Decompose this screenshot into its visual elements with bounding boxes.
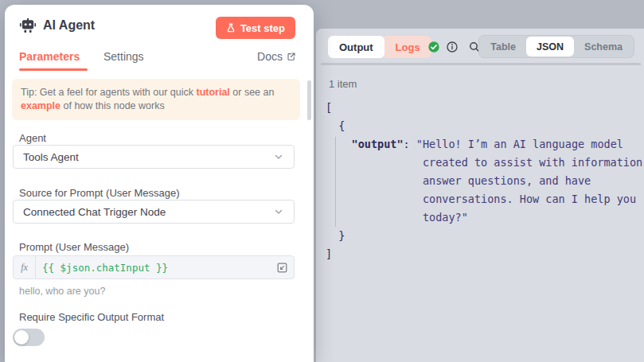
source-field-label: Source for Prompt (User Message): [19, 187, 180, 199]
tip-text: or see an: [230, 87, 275, 98]
prompt-field-label: Prompt (User Message): [19, 241, 129, 253]
prompt-source-value: Connected Chat Trigger Node: [23, 206, 166, 218]
json-string-value: created to assist with information,: [326, 154, 644, 172]
view-tab-table[interactable]: Table: [480, 37, 526, 56]
node-settings-panel: AI Agent Test step Parameters Settings D…: [5, 5, 314, 362]
open-expression-editor-icon[interactable]: [276, 262, 288, 274]
chevron-down-icon: [273, 151, 284, 162]
json-line: ]: [326, 245, 644, 263]
json-line: {: [326, 117, 644, 135]
json-string-value: today?": [326, 208, 644, 227]
json-output-viewer: [ { "output": "Hello! I’m an AI language…: [326, 99, 644, 362]
items-count: 1 item: [329, 78, 357, 90]
success-check-icon: [427, 41, 440, 53]
json-colon: :: [404, 138, 416, 150]
agent-select[interactable]: Tools Agent: [13, 145, 295, 169]
indent-guide: [335, 137, 336, 227]
tab-settings[interactable]: Settings: [103, 50, 144, 63]
expression-resolved-preview: hello, who are you?: [19, 286, 105, 297]
json-indent: [326, 138, 352, 150]
active-tab-underline: [19, 68, 88, 71]
flask-icon: [226, 23, 236, 33]
tutorial-link[interactable]: tutorial: [196, 87, 229, 98]
view-tab-json[interactable]: JSON: [526, 37, 574, 56]
json-string-value: conversations. How can I help you: [326, 190, 644, 208]
external-link-icon: [287, 52, 296, 61]
agent-select-value: Tools Agent: [23, 151, 79, 163]
output-logs-tabs: Output Logs: [328, 36, 431, 58]
docs-label: Docs: [257, 50, 283, 63]
output-toolbar: Output Logs Table JSON Schema: [316, 29, 644, 64]
expression-text[interactable]: {{ $json.chatInput }}: [36, 262, 168, 274]
json-line: "output": "Hello! I’m an AI language mod…: [326, 135, 644, 154]
chevron-down-icon: [273, 206, 284, 217]
agent-field-label: Agent: [19, 132, 46, 144]
tab-parameters[interactable]: Parameters: [19, 50, 80, 63]
horizontal-scrollbar[interactable]: [321, 63, 641, 65]
docs-link[interactable]: Docs: [257, 50, 296, 63]
ai-agent-robot-icon: [19, 17, 37, 34]
example-link[interactable]: example: [21, 100, 60, 111]
tip-text: of how this node works: [60, 100, 165, 111]
logs-tab[interactable]: Logs: [384, 36, 431, 58]
view-mode-tabs: Table JSON Schema: [478, 35, 634, 58]
json-string-value: answer questions, and have: [326, 172, 644, 190]
output-format-toggle[interactable]: [13, 329, 45, 346]
vertical-scrollbar[interactable]: [307, 80, 311, 120]
tip-text: Tip: Get a feel for agents with our quic…: [21, 87, 196, 98]
toggle-knob: [14, 330, 29, 344]
json-line: }: [326, 227, 644, 245]
json-line: [: [326, 99, 644, 117]
output-format-label: Require Specific Output Format: [19, 311, 164, 323]
output-tab[interactable]: Output: [328, 36, 384, 58]
view-tab-schema[interactable]: Schema: [574, 37, 633, 56]
test-step-label: Test step: [240, 22, 285, 34]
json-key: "output": [352, 138, 404, 150]
test-step-button[interactable]: Test step: [216, 17, 295, 39]
node-title: AI Agent: [43, 18, 95, 33]
prompt-expression-input[interactable]: fx {{ $json.chatInput }}: [13, 255, 295, 279]
prompt-source-select[interactable]: Connected Chat Trigger Node: [13, 200, 295, 224]
output-panel: Output Logs Table JSON Schema 1 item [ {…: [316, 29, 644, 362]
info-icon[interactable]: [446, 41, 459, 53]
tip-callout: Tip: Get a feel for agents with our quic…: [12, 79, 300, 120]
fx-badge: fx: [14, 256, 36, 278]
json-string-value: "Hello! I’m an AI language model: [416, 138, 623, 150]
